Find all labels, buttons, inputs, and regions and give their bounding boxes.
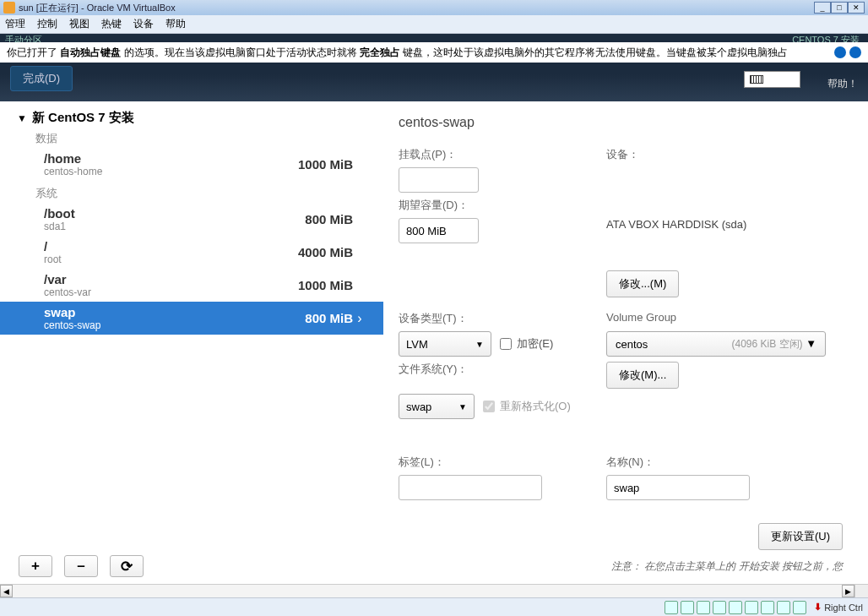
minimize-button[interactable]: _ (814, 2, 831, 14)
capacity-input[interactable] (399, 218, 479, 243)
hostkey-icon: ⬇ (814, 602, 822, 613)
notif-info-icon[interactable] (849, 46, 861, 58)
chevron-down-icon: ▼ (806, 337, 816, 350)
footer-note: 注意： 在您点击主菜单上的 开始安装 按钮之前，您 (552, 559, 843, 574)
reformat-checkbox (483, 401, 495, 412)
scroll-right-icon[interactable]: ▶ (842, 585, 854, 597)
maximize-button[interactable]: □ (831, 2, 848, 14)
device-modify-button[interactable]: 修改...(M) (606, 270, 679, 297)
status-mouse-icon[interactable] (793, 601, 806, 614)
section-data: 数据 (0, 126, 383, 148)
reformat-label: 重新格式化(O) (500, 399, 571, 414)
scroll-left-icon[interactable]: ◀ (0, 585, 13, 597)
status-hdd-icon[interactable] (665, 601, 678, 614)
vbox-statusbar: ⬇ Right Ctrl (0, 597, 868, 616)
status-network-icon[interactable] (713, 601, 726, 614)
partition-boot[interactable]: /bootsda1 800 MiB› (0, 203, 383, 236)
partition-var[interactable]: /varcentos-var 1000 MiB› (0, 269, 383, 302)
remove-partition-button[interactable]: – (64, 555, 98, 577)
status-cpu-icon[interactable] (777, 601, 790, 614)
capacity-label: 期望容量(D)： (399, 198, 601, 213)
status-shared-icon[interactable] (729, 601, 742, 614)
done-button[interactable]: 完成(D) (10, 66, 73, 91)
status-recording-icon[interactable] (761, 601, 774, 614)
chevron-down-icon: ▼ (475, 340, 484, 349)
device-label: 设备： (606, 147, 843, 162)
menu-manage[interactable]: 管理 (5, 17, 25, 31)
chevron-down-icon: ▼ (458, 402, 467, 412)
partition-list-panel: ▼ 新 CentOS 7 安装 数据 /homecentos-home 1000… (0, 101, 383, 584)
notif-dismiss-icon[interactable] (834, 46, 846, 58)
notification-text: 你已打开了 自动独占键盘 的选项。现在当该虚拟电脑窗口处于活动状态时就将 完全独… (7, 46, 834, 60)
status-display-icon[interactable] (745, 601, 758, 614)
help-button[interactable]: 帮助！ (827, 77, 858, 91)
vg-modify-button[interactable]: 修改(M)... (606, 362, 679, 389)
partition-toolbar: + – ⟳ (19, 555, 144, 577)
menu-control[interactable]: 控制 (37, 17, 57, 31)
keyboard-capture-notification: 你已打开了 自动独占键盘 的选项。现在当该虚拟电脑窗口处于活动状态时就将 完全独… (0, 42, 868, 63)
name-label: 名称(N)： (606, 455, 843, 470)
menu-devices[interactable]: 设备 (133, 17, 154, 31)
devtype-label: 设备类型(T)： (399, 303, 601, 326)
keyboard-indicator[interactable]: cn (744, 71, 800, 88)
window-buttons: _ □ ✕ (814, 2, 865, 14)
collapse-icon: ▼ (17, 112, 27, 124)
vbox-menubar: 管理 控制 视图 热键 设备 帮助 (0, 15, 868, 34)
partition-home[interactable]: /homecentos-home 1000 MiB› (0, 148, 383, 181)
section-system: 系统 (0, 181, 383, 203)
mountpoint-label: 挂载点(P)： (399, 147, 601, 162)
devtype-select[interactable]: LVM▼ (399, 331, 491, 357)
menu-help[interactable]: 帮助 (165, 17, 186, 31)
device-value: ATA VBOX HARDDISK (sda) (606, 218, 843, 243)
partition-title: centos-swap (399, 115, 843, 130)
mountpoint-input[interactable] (399, 167, 479, 193)
close-button[interactable]: ✕ (848, 2, 865, 14)
fstype-select[interactable]: swap▼ (399, 394, 475, 419)
vbox-icon (3, 2, 15, 14)
partition-root[interactable]: /root 4000 MiB› (0, 236, 383, 269)
hostkey-indicator: ⬇ Right Ctrl (814, 602, 863, 613)
vbox-titlebar: sun [正在运行] - Oracle VM VirtualBox _ □ ✕ (0, 0, 868, 15)
window-title: sun [正在运行] - Oracle VM VirtualBox (19, 2, 814, 14)
tree-header[interactable]: ▼ 新 CentOS 7 安装 (0, 110, 383, 126)
status-optical-icon[interactable] (681, 601, 694, 614)
horizontal-scrollbar[interactable]: ◀ ▶ (0, 584, 854, 597)
vg-label: Volume Group (606, 303, 843, 326)
encrypt-label: 加密(E) (517, 336, 553, 352)
keyboard-icon (750, 75, 763, 84)
vg-select[interactable]: centos (4096 KiB 空闲) ▼ (606, 331, 826, 357)
partition-swap[interactable]: swapcentos-swap 800 MiB› (0, 302, 383, 335)
status-usb-icon[interactable] (697, 601, 710, 614)
partition-details-panel: centos-swap 挂载点(P)： 设备： 期望容量(D)： ATA VBO… (383, 101, 868, 584)
menu-hotkeys[interactable]: 热键 (101, 17, 122, 31)
keyboard-lang: cn (768, 74, 779, 85)
scroll-corner (854, 584, 868, 597)
name-input[interactable] (606, 475, 750, 500)
content-area: ▼ 新 CentOS 7 安装 数据 /homecentos-home 1000… (0, 101, 868, 584)
fstype-label: 文件系统(Y)： (399, 362, 601, 389)
reload-button[interactable]: ⟳ (110, 555, 144, 577)
tree-title: 新 CentOS 7 安装 (32, 110, 134, 126)
encrypt-checkbox[interactable] (500, 338, 512, 350)
label-label: 标签(L)： (399, 455, 601, 470)
label-input[interactable] (399, 475, 542, 500)
update-settings-button[interactable]: 更新设置(U) (758, 523, 843, 550)
menu-view[interactable]: 视图 (69, 17, 90, 31)
add-partition-button[interactable]: + (19, 555, 52, 577)
